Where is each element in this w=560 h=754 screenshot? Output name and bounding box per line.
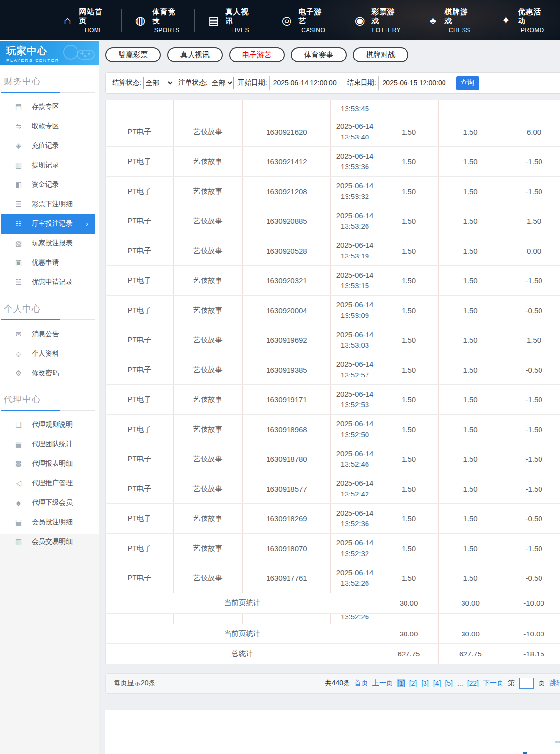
sidebar-item-存款专区[interactable]: ▤存款专区› xyxy=(1,97,95,117)
per-page-label: 每页显示20条 xyxy=(114,679,155,688)
sidebar-item-label: 修改密码 xyxy=(32,369,59,377)
sidebar-item-厅室投注记录[interactable]: ☷厅室投注记录› xyxy=(1,214,95,234)
datetime-cell: 2025-06-1413:52:50 xyxy=(331,415,379,444)
time-line: 13:52:26 xyxy=(331,578,379,589)
home-icon: ⌂ xyxy=(61,15,74,26)
order-number-cell: 1630918269 xyxy=(243,504,331,534)
prev-page-link[interactable]: 上一页 xyxy=(372,679,393,688)
nav-item-promo[interactable]: ✦优惠活动PROMO xyxy=(487,9,560,32)
tab-棋牌对战[interactable]: 棋牌对战 xyxy=(353,47,408,62)
bet-amount-cell: 1.50 xyxy=(379,325,439,355)
start-date-input[interactable] xyxy=(269,76,341,90)
first-page-link[interactable]: 首页 xyxy=(354,679,368,688)
sidebar-item-代理报表明细[interactable]: ▩代理报表明细› xyxy=(1,454,95,474)
date-line: 2025-06-14 xyxy=(331,180,379,191)
nav-item-labels: 真人视讯LIVES xyxy=(226,7,255,34)
sidebar-section-rule xyxy=(1,410,95,411)
sidebar-item-彩票下注明细[interactable]: ☰彩票下注明细› xyxy=(1,195,95,214)
page-link-5[interactable]: [5] xyxy=(445,679,453,687)
time-line: 13:52:53 xyxy=(331,399,379,410)
date-line: 2025-06-14 xyxy=(331,240,379,251)
bet-amount-cell: 1.50 xyxy=(379,266,439,296)
sidebar-item-充值记录[interactable]: ◈充值记录› xyxy=(1,136,95,156)
nav-item-home[interactable]: ⌂网站首页HOME xyxy=(49,9,122,32)
datetime-cell: 2025-06-1413:52:26 xyxy=(331,563,379,593)
withdrawal-record-icon: ▥ xyxy=(14,161,23,170)
bet-amount-cell: 1.50 xyxy=(379,504,439,534)
tab-电子游艺[interactable]: 电子游艺 xyxy=(229,47,285,62)
sidebar-item-资金记录[interactable]: ◧资金记录› xyxy=(1,175,95,195)
time-line: 13:52:57 xyxy=(331,370,379,380)
page-summary-winloss: -10.00 xyxy=(502,593,560,614)
table-row: PT电子艺伎故事16309205282025-06-1413:53:191.50… xyxy=(106,236,560,266)
sidebar-item-label: 提现记录 xyxy=(32,161,59,170)
nav-label-zh: 优惠活动 xyxy=(518,7,547,26)
page-number-links: [1][2][3][4][5] xyxy=(397,679,453,687)
settle-status-select[interactable]: 全部 xyxy=(143,77,174,89)
nav-item-casino[interactable]: ◎电子游艺CASINO xyxy=(268,9,341,32)
tab-真人视讯[interactable]: 真人视讯 xyxy=(167,47,223,62)
tab-雙赢彩票[interactable]: 雙赢彩票 xyxy=(105,47,161,62)
sidebar-item-代理推广管理[interactable]: ◁代理推广管理› xyxy=(1,474,95,493)
order-number-cell: 1630920528 xyxy=(243,236,331,266)
lottery-bet-detail-icon: ☰ xyxy=(14,200,23,209)
table-row: PT电子艺伎故事16309187802025-06-1413:52:461.50… xyxy=(106,444,560,474)
nav-item-lottery[interactable]: ◉彩票游戏LOTTERY xyxy=(341,9,414,32)
sidebar-item-优惠申请记录[interactable]: ☱优惠申请记录› xyxy=(1,273,95,292)
sidebar-item-会员交易明细[interactable]: ▥会员交易明细› xyxy=(1,532,95,552)
sidebar-item-个人资料[interactable]: ☺个人资料› xyxy=(1,344,95,363)
winloss-cell: -1.50 xyxy=(502,177,560,206)
page-jump-input[interactable] xyxy=(519,678,534,689)
page-link-2[interactable]: [2] xyxy=(409,679,417,687)
sidebar-item-消息公告[interactable]: ✉消息公告› xyxy=(1,324,95,344)
hall-cell: PT电子 xyxy=(106,355,174,385)
clipped-time-cell: 13:52:26 xyxy=(331,614,379,624)
end-date-input[interactable] xyxy=(378,76,450,90)
winloss-cell: 6.00 xyxy=(502,117,560,147)
table-row: PT电子艺伎故事16309214122025-06-1413:53:361.50… xyxy=(106,147,560,177)
nav-item-lives[interactable]: ▤真人视讯LIVES xyxy=(195,9,268,32)
next-page-link[interactable]: 下一页 xyxy=(483,679,503,688)
jump-button[interactable]: 跳转 xyxy=(549,679,560,688)
page-link-1[interactable]: [1] xyxy=(397,679,405,687)
table-row: PT电子艺伎故事16309180702025-06-1413:52:321.50… xyxy=(106,534,560,563)
game-cell: 艺伎故事 xyxy=(174,444,243,474)
sidebar-item-代理下级会员[interactable]: ☻代理下级会员› xyxy=(1,493,95,513)
winloss-cell: 1.50 xyxy=(502,325,560,355)
tab-体育赛事[interactable]: 体育赛事 xyxy=(291,47,347,62)
sidebar-item-优惠申请[interactable]: ▣优惠申请› xyxy=(1,253,95,273)
sidebar-item-取款专区[interactable]: ⇋取款专区› xyxy=(1,117,95,136)
jump-suffix-label: 页 xyxy=(538,679,545,688)
sidebar-item-代理规则说明[interactable]: ❏代理规则说明› xyxy=(1,415,95,435)
page-summary-valid: 30.00 xyxy=(439,593,502,614)
hall-cell: PT电子 xyxy=(106,266,174,296)
game-cell: 艺伎故事 xyxy=(174,147,243,177)
page-link-4[interactable]: [4] xyxy=(433,679,441,687)
last-page-link[interactable]: [22] xyxy=(467,679,479,687)
sidebar-item-会员投注明细[interactable]: ▤会员投注明细› xyxy=(1,513,95,532)
game-cell: 艺伎故事 xyxy=(174,206,243,236)
profile-person-icon: ☺ xyxy=(14,350,23,358)
datetime-cell: 2025-06-1413:53:19 xyxy=(331,236,379,266)
nav-item-chess[interactable]: ♠棋牌游戏CHESS xyxy=(414,9,487,32)
nav-item-sports[interactable]: ◍体育竞技SPORTS xyxy=(122,9,195,32)
players-center-header: 玩家中心 PLAYERS CENTER xyxy=(0,41,99,65)
date-line: 2025-06-14 xyxy=(331,537,379,548)
horizontal-scrollbar-thumb[interactable] xyxy=(523,752,527,754)
datetime-cell: 2025-06-1413:52:53 xyxy=(331,385,379,415)
date-line: 2025-06-14 xyxy=(331,270,379,280)
order-status-select[interactable]: 全部 xyxy=(210,77,234,89)
bet-amount-cell: 1.50 xyxy=(379,563,439,593)
sidebar-item-代理团队统计[interactable]: ▦代理团队统计› xyxy=(1,435,95,454)
search-button[interactable]: 查询 xyxy=(456,76,479,90)
sidebar-item-玩家投注报表[interactable]: ▧玩家投注报表› xyxy=(1,234,95,253)
bet-records-table: 13:53:45 PT电子艺伎故事16309216202025-06-1413:… xyxy=(105,100,560,664)
page-link-3[interactable]: [3] xyxy=(421,679,429,687)
time-line: 13:52:36 xyxy=(331,518,379,529)
bottom-gap xyxy=(105,694,560,710)
sidebar-item-label: 优惠申请 xyxy=(32,258,59,267)
main-content: 雙赢彩票真人视讯电子游艺体育赛事棋牌对战 结算状态: 全部 注单状态: 全部 开… xyxy=(99,40,560,754)
sidebar-item-修改密码[interactable]: ⚙修改密码› xyxy=(1,363,95,383)
winloss-cell: -0.50 xyxy=(502,355,560,385)
sidebar-item-提现记录[interactable]: ▥提现记录› xyxy=(1,156,95,175)
